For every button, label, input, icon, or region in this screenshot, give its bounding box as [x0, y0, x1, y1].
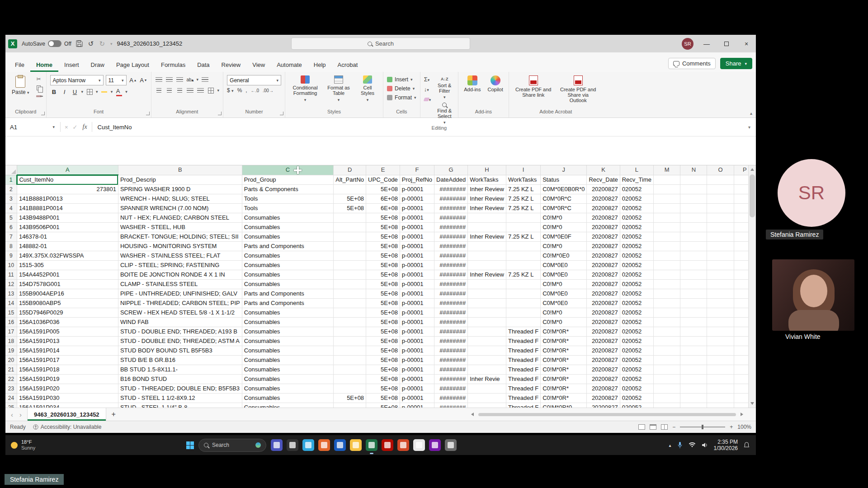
cell-K21[interactable]: 20200827 [587, 365, 620, 375]
cell-B25[interactable]: STUD - STEEL 1 1/4" B-8 [118, 403, 242, 408]
cell-A18[interactable]: 156A1591P013 [17, 337, 118, 346]
row-header-21[interactable]: 21 [5, 365, 17, 375]
cell-E9[interactable]: 5E+08 [366, 251, 400, 261]
cell-N4[interactable] [680, 204, 707, 213]
comments-button[interactable]: Comments [668, 58, 716, 69]
cell-K25[interactable]: 20200827 [587, 403, 620, 408]
cell-J18[interactable]: C0!M*0R* [541, 337, 587, 346]
cell-F7[interactable]: p-00001 [400, 232, 434, 242]
sheet-nav-right-icon[interactable]: › [19, 411, 22, 418]
tab-acrobat[interactable]: Acrobat [332, 58, 364, 72]
row-header-22[interactable]: 22 [5, 375, 17, 384]
cell-G17[interactable]: ######## [434, 327, 468, 337]
cell-M14[interactable] [654, 299, 680, 308]
cell-O9[interactable] [707, 251, 734, 261]
cell-G3[interactable]: ######## [434, 194, 468, 204]
column-header-I[interactable]: I [506, 165, 541, 175]
cell-G11[interactable]: ######## [434, 270, 468, 280]
cell-C4[interactable]: Tools [242, 204, 333, 213]
paste-button[interactable]: Paste ▾ [9, 75, 32, 96]
cell-A6[interactable]: 143B9506P001 [17, 223, 118, 232]
cell-C2[interactable]: Parts & Components [242, 185, 333, 194]
cell-D5[interactable] [334, 213, 366, 223]
cell-A19[interactable]: 156A1591P014 [17, 346, 118, 356]
cell-A8[interactable]: 148882-01 [17, 242, 118, 251]
cell-H5[interactable] [468, 213, 506, 223]
sort-filter-button[interactable]: A↓Z Sort & Filter▾ [434, 76, 454, 100]
cell-K19[interactable]: 20200827 [587, 346, 620, 356]
cell-L18[interactable]: 020052 [620, 337, 653, 346]
cell-O15[interactable] [707, 308, 734, 318]
copy-icon[interactable] [35, 84, 42, 91]
align-middle-icon[interactable] [165, 75, 174, 84]
cell-M21[interactable] [654, 365, 680, 375]
cell-D8[interactable] [334, 242, 366, 251]
zoom-level[interactable]: 100% [737, 424, 751, 430]
row-header-23[interactable]: 23 [5, 384, 17, 394]
cell-D12[interactable] [334, 280, 366, 289]
column-header-M[interactable]: M [654, 165, 680, 175]
cell-H16[interactable] [468, 318, 506, 327]
cell-B20[interactable]: STUD B/E B GR.B16 [118, 356, 242, 365]
cell-H9[interactable] [468, 251, 506, 261]
cell-N16[interactable] [680, 318, 707, 327]
cell-O2[interactable] [707, 185, 734, 194]
cell-L12[interactable]: 020052 [620, 280, 653, 289]
cell-L7[interactable]: 020052 [620, 232, 653, 242]
row-header-3[interactable]: 3 [5, 194, 17, 204]
cell-M11[interactable] [654, 270, 680, 280]
row-header-1[interactable]: 1 [5, 175, 17, 185]
cancel-icon[interactable]: × [62, 124, 71, 131]
taskbar-app-edge-icon[interactable] [302, 439, 314, 451]
cell-G22[interactable]: ######## [434, 375, 468, 384]
cell-F22[interactable]: p-00001 [400, 375, 434, 384]
vertical-scrollbar[interactable] [748, 165, 756, 408]
cell-B16[interactable]: WIND FAB [118, 318, 242, 327]
cell-F10[interactable]: p-00001 [400, 261, 434, 270]
row-header-9[interactable]: 9 [5, 251, 17, 261]
row-header-20[interactable]: 20 [5, 356, 17, 365]
cell-N19[interactable] [680, 346, 707, 356]
italic-button[interactable]: I [61, 87, 69, 96]
cell-B3[interactable]: WRENCH - HAND; SLUG; STEEL [118, 194, 242, 204]
cell-F11[interactable]: p-00001 [400, 270, 434, 280]
cell-J2[interactable]: C0M*0E0B0R*0 [541, 185, 587, 194]
cell-M20[interactable] [654, 356, 680, 365]
addins-button[interactable]: Add-ins [462, 75, 482, 93]
new-sheet-button[interactable]: + [106, 408, 121, 421]
cell-N8[interactable] [680, 242, 707, 251]
tab-draw[interactable]: Draw [85, 58, 110, 72]
cell-H21[interactable] [468, 365, 506, 375]
cell-B13[interactable]: PIPE - UNTHREADED; UNFINISHED; GALV [118, 289, 242, 299]
cell-J8[interactable]: C0!M*0 [541, 242, 587, 251]
cell-I10[interactable] [506, 261, 541, 270]
cell-L13[interactable]: 020052 [620, 289, 653, 299]
cell-D16[interactable] [334, 318, 366, 327]
page-layout-view-icon[interactable] [650, 424, 656, 430]
cell-O14[interactable] [707, 299, 734, 308]
cell-K11[interactable]: 20200827 [587, 270, 620, 280]
cell-L21[interactable]: 020052 [620, 365, 653, 375]
cell-D23[interactable] [334, 384, 366, 394]
cell-B15[interactable]: SCREW - HEX HEAD STEEL 5/8 -1 X 1-1/2 [118, 308, 242, 318]
cell-G14[interactable]: ######## [434, 299, 468, 308]
cell-A7[interactable]: 146378-01 [17, 232, 118, 242]
cell-F5[interactable]: p-00001 [400, 213, 434, 223]
cell-D21[interactable] [334, 365, 366, 375]
taskbar-search[interactable]: Search [198, 439, 266, 452]
participant-video-tile[interactable] [772, 259, 854, 331]
cell-H15[interactable] [468, 308, 506, 318]
cell-K10[interactable]: 20200827 [587, 261, 620, 270]
formula-input[interactable]: Cust_ItemNo [94, 124, 744, 131]
cell-J22[interactable]: C0!M*0R* [541, 375, 587, 384]
increase-indent-icon[interactable] [197, 86, 205, 95]
cell-J9[interactable]: C0!M*0E0 [541, 251, 587, 261]
cell-F9[interactable]: p-00001 [400, 251, 434, 261]
cell-G10[interactable]: ######## [434, 261, 468, 270]
cell-I3[interactable]: 7.25 KZ L [506, 194, 541, 204]
cell-A2[interactable]: 273801 [17, 185, 118, 194]
format-painter-icon[interactable] [35, 93, 42, 99]
cell-I12[interactable] [506, 280, 541, 289]
cell-M19[interactable] [654, 346, 680, 356]
cell-L6[interactable]: 020052 [620, 223, 653, 232]
